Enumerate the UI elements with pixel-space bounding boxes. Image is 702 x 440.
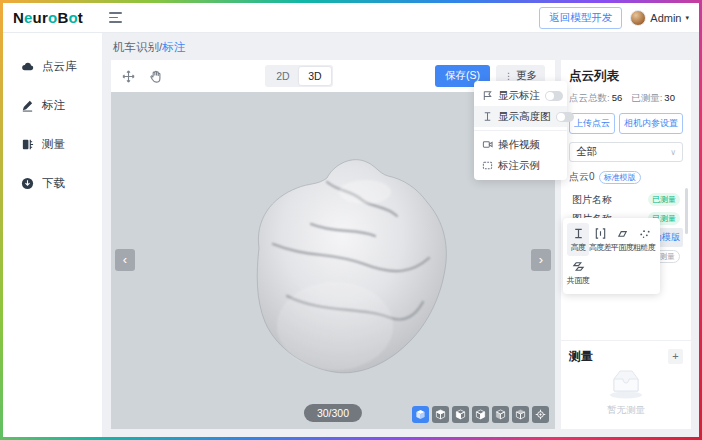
tool-label: 粗糙度 [633,242,656,253]
cube-solid-icon [415,409,426,420]
menu-item-annotation-example[interactable]: 标注示例 [474,155,567,176]
add-measurement-button[interactable]: + [668,349,683,364]
height-diff-icon [594,227,607,240]
frame-icon [482,160,493,171]
app-frame: NeuroBot 返回模型开发 Admin ▾ 点云库 标注 [0,0,702,440]
ruler-icon [21,138,34,151]
cube-back-face-icon [515,409,526,420]
coplanarity-icon [572,260,585,273]
filter-select[interactable]: 全部 ∨ [569,142,683,162]
tool-label: 共面度 [567,275,590,286]
more-dropdown-menu: 显示标注 显示高度图 操作视频 标注示例 [474,81,567,180]
sidebar-item-download[interactable]: 下载 [21,176,102,191]
workspace: 2D 3D 保存(S) ⋮ 更多 [103,60,699,437]
empty-box-icon [602,365,650,401]
breadcrumb: 机车识别/标注 [103,33,699,60]
body: 点云库 标注 测量 下载 机车识别/标注 [3,33,699,437]
main-area: 机车识别/标注 2D 3D 保存(S [103,33,699,437]
sidebar-item-measure[interactable]: 测量 [21,137,102,152]
menu-item-show-annotation[interactable]: 显示标注 [474,85,567,106]
user-menu[interactable]: Admin ▾ [630,10,689,26]
kebab-dots-icon: ⋮ [504,71,513,81]
measured-count: 已测量:30 [631,92,675,105]
view-mode-switch: 2D 3D [265,65,333,87]
breadcrumb-current: 标注 [162,41,185,53]
header-right: 返回模型开发 Admin ▾ [539,7,689,29]
sidebar-item-annotate[interactable]: 标注 [21,98,102,113]
sidebar-item-pointcloud-library[interactable]: 点云库 [21,59,102,74]
prev-image-button[interactable]: ‹ [115,249,135,271]
view-front-button[interactable] [452,406,469,423]
logo-part: N [13,9,24,26]
tool-label: 平面度 [611,242,634,253]
chevron-down-icon: ∨ [670,148,676,157]
tool-label: 高度差 [589,242,612,253]
menu-item-tutorial-video[interactable]: 操作视频 [474,134,567,155]
list-scrollbar[interactable] [685,188,688,234]
view-iso-button[interactable] [412,406,429,423]
view-top-button[interactable] [432,406,449,423]
move-tool-icon[interactable] [121,69,136,84]
download-icon [21,177,34,190]
pointcloud-panel: 点云列表 点云总数:56 已测量:30 上传点云 相机内参设置 全部 ∨ 点 [561,60,691,429]
logo-part: ur [33,9,48,26]
breadcrumb-root[interactable]: 机车识别 [113,41,159,53]
logo-part: t [78,9,83,26]
cube-front-face-icon [455,409,466,420]
menu-item-label: 标注示例 [498,159,559,173]
show-annotation-toggle[interactable] [545,91,563,101]
height-map-icon [482,111,493,122]
cube-left-face-icon [495,409,506,420]
total-count: 点云总数:56 [569,92,622,105]
canvas-tools [121,69,163,84]
pan-hand-icon[interactable] [148,69,163,84]
sidebar-item-label: 点云库 [42,59,77,74]
template-item[interactable]: 点云0 标准模版 [569,170,683,184]
pagination-indicator: 30/300 [304,404,362,422]
sidebar-item-label: 测量 [42,137,65,152]
template-name: 点云0 [569,170,595,184]
menu-item-label: 操作视频 [498,138,559,152]
crosshair-icon [535,409,546,420]
tool-flatness[interactable]: 平面度 [611,223,633,256]
logo-part: B [57,9,68,26]
menu-item-label: 显示标注 [498,89,540,103]
upload-pointcloud-button[interactable]: 上传点云 [569,113,615,134]
roughness-icon [638,227,651,240]
tool-roughness[interactable]: 粗糙度 [633,223,655,256]
reset-view-button[interactable] [532,406,549,423]
logo-gear-glyph: o [48,9,57,26]
top-bar: 返回模型开发 Admin ▾ [103,3,699,32]
mode-3d-button[interactable]: 3D [299,67,331,85]
mode-2d-button[interactable]: 2D [267,67,299,85]
empty-state: 暂无测量 [569,365,683,421]
height-tool-icon [572,227,585,240]
tool-height[interactable]: 高度 [567,223,589,256]
panel-stats: 点云总数:56 已测量:30 [569,92,683,105]
logo-gear-glyph: e [24,9,33,26]
view-right-button[interactable] [472,406,489,423]
user-name: Admin [650,12,681,24]
view-left-button[interactable] [492,406,509,423]
tooth-3d-model[interactable] [215,126,465,376]
tool-height-diff[interactable]: 高度差 [589,223,611,256]
camera-intrinsics-button[interactable]: 相机内参设置 [619,113,683,134]
measure-title: 测量 [569,348,593,365]
header: NeuroBot 返回模型开发 Admin ▾ [3,3,699,33]
brand-logo: NeuroBot [3,3,103,32]
list-item[interactable]: 图片名称 已测量 [569,190,683,209]
view-back-button[interactable] [512,406,529,423]
show-heightmap-toggle[interactable] [556,112,574,122]
status-badge: 已测量 [648,193,680,206]
chevron-down-icon: ▾ [685,14,689,22]
menu-item-show-heightmap[interactable]: 显示高度图 [474,106,567,127]
cloud-icon [21,60,34,73]
panel-actions: 上传点云 相机内参设置 [569,113,683,134]
cube-top-face-icon [435,409,446,420]
collapse-menu-icon[interactable] [109,9,127,27]
tool-coplanarity[interactable]: 共面度 [567,256,589,289]
back-to-model-dev-button[interactable]: 返回模型开发 [539,7,622,29]
flatness-icon [616,227,629,240]
next-image-button[interactable]: › [531,249,551,271]
sidebar-item-label: 标注 [42,98,65,113]
